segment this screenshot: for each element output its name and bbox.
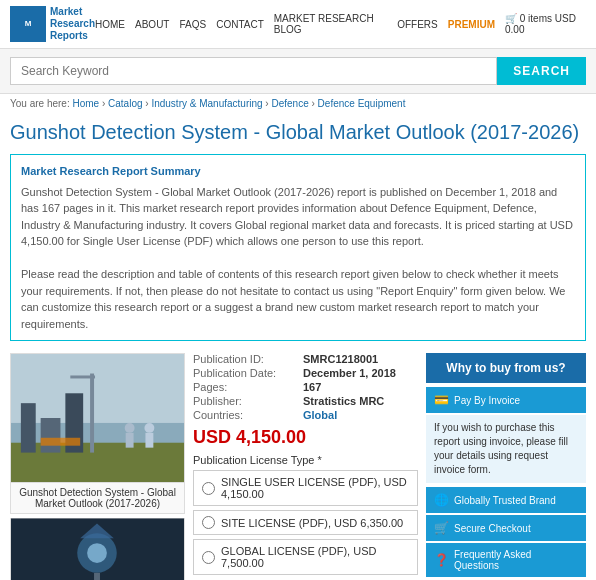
pub-date-row: Publication Date: December 1, 2018 xyxy=(193,367,418,379)
license-option-site[interactable]: SITE LICENSE (PDF), USD 6,350.00 xyxy=(193,510,418,535)
breadcrumb: You are here: Home › Catalog › Industry … xyxy=(0,94,596,113)
secure-icon: 🛒 xyxy=(434,521,449,535)
main-nav: HOME ABOUT FAQS CONTACT MARKET RESEARCH … xyxy=(95,13,586,35)
feature-faq-label: Frequently Asked Questions xyxy=(454,549,578,571)
price-display: USD 4,150.00 xyxy=(193,427,418,448)
feature-trusted-brand[interactable]: 🌐 Globally Trusted Brand xyxy=(426,487,586,513)
nav-premium[interactable]: PREMIUM xyxy=(448,19,495,30)
pub-pages-label: Pages: xyxy=(193,381,303,393)
pub-publisher-value: Stratistics MRC xyxy=(303,395,384,407)
product-image2 xyxy=(10,518,185,580)
left-column: Gunshot Detection System - Global Market… xyxy=(10,353,185,580)
feature-trusted-label: Globally Trusted Brand xyxy=(454,495,556,506)
svg-rect-7 xyxy=(70,375,95,378)
logo-text: Market Research Reports xyxy=(50,6,95,42)
svg-rect-1 xyxy=(11,354,184,423)
feature-secure-checkout[interactable]: 🛒 Secure Checkout xyxy=(426,515,586,541)
license-label-single: SINGLE USER LICENSE (PDF), USD 4,150.00 xyxy=(221,476,409,500)
pub-pages-value: 167 xyxy=(303,381,321,393)
nav-contact[interactable]: CONTACT xyxy=(216,19,264,30)
svg-rect-9 xyxy=(126,433,134,448)
svg-point-15 xyxy=(87,543,107,563)
feature-pay-invoice[interactable]: 💳 Pay By Invoice xyxy=(426,387,586,413)
breadcrumb-industry[interactable]: Industry & Manufacturing xyxy=(151,98,262,109)
nav-home[interactable]: HOME xyxy=(95,19,125,30)
product-image xyxy=(10,353,185,483)
svg-rect-12 xyxy=(41,438,81,446)
license-radio-site[interactable] xyxy=(202,516,215,529)
feature-faq[interactable]: ❓ Frequently Asked Questions xyxy=(426,543,586,577)
svg-rect-11 xyxy=(145,433,153,448)
trusted-icon: 🌐 xyxy=(434,493,449,507)
feature-pay-label: Pay By Invoice xyxy=(454,395,520,406)
svg-point-8 xyxy=(125,423,135,433)
right-column: Why to buy from us? 💳 Pay By Invoice If … xyxy=(426,353,586,580)
why-buy-title: Why to buy from us? xyxy=(426,353,586,383)
pub-pages-row: Pages: 167 xyxy=(193,381,418,393)
logo-box: M xyxy=(10,6,46,42)
license-label-site: SITE LICENSE (PDF), USD 6,350.00 xyxy=(221,517,403,529)
invoice-icon: 💳 xyxy=(434,393,449,407)
pub-publisher-label: Publisher: xyxy=(193,395,303,407)
breadcrumb-catalog[interactable]: Catalog xyxy=(108,98,142,109)
middle-column: Publication ID: SMRC1218001 Publication … xyxy=(193,353,418,580)
pub-date-label: Publication Date: xyxy=(193,367,303,379)
header: M Market Research Reports HOME ABOUT FAQ… xyxy=(0,0,596,49)
svg-rect-4 xyxy=(41,418,61,453)
page-title: Gunshot Detection System - Global Market… xyxy=(0,113,596,148)
svg-rect-16 xyxy=(94,573,100,580)
svg-rect-2 xyxy=(11,443,184,483)
breadcrumb-defence[interactable]: Defence xyxy=(271,98,308,109)
invoice-description: If you wish to purchase this report usin… xyxy=(426,415,586,483)
pub-id-label: Publication ID: xyxy=(193,353,303,365)
product-caption: Gunshot Detection System - Global Market… xyxy=(10,483,185,514)
license-radio-global[interactable] xyxy=(202,551,215,564)
search-input[interactable] xyxy=(10,57,497,85)
logo-icon: M xyxy=(25,20,32,29)
summary-title: Market Research Report Summary xyxy=(21,163,575,180)
feature-secure-label: Secure Checkout xyxy=(454,523,531,534)
search-bar: SEARCH xyxy=(0,49,596,94)
breadcrumb-equipment[interactable]: Defence Equipment xyxy=(318,98,406,109)
nav-blog[interactable]: MARKET RESEARCH BLOG xyxy=(274,13,387,35)
breadcrumb-home[interactable]: Home xyxy=(72,98,99,109)
main-content: Gunshot Detection System - Global Market… xyxy=(0,347,596,580)
svg-rect-6 xyxy=(90,374,94,453)
summary-box: Market Research Report Summary Gunshot D… xyxy=(10,154,586,341)
pub-id-row: Publication ID: SMRC1218001 xyxy=(193,353,418,365)
license-option-global[interactable]: GLOBAL LICENSE (PDF), USD 7,500.00 xyxy=(193,539,418,575)
license-type-title: Publication License Type * xyxy=(193,454,418,466)
license-radio-single[interactable] xyxy=(202,482,215,495)
pub-countries-row: Countries: Global xyxy=(193,409,418,421)
search-button[interactable]: SEARCH xyxy=(497,57,586,85)
pub-countries-label: Countries: xyxy=(193,409,303,421)
nav-faqs[interactable]: FAQS xyxy=(179,19,206,30)
pub-countries-value: Global xyxy=(303,409,337,421)
faq-icon: ❓ xyxy=(434,553,449,567)
license-label-global: GLOBAL LICENSE (PDF), USD 7,500.00 xyxy=(221,545,409,569)
pub-date-value: December 1, 2018 xyxy=(303,367,396,379)
publication-info: Publication ID: SMRC1218001 Publication … xyxy=(193,353,418,421)
svg-rect-3 xyxy=(21,403,36,452)
license-option-single[interactable]: SINGLE USER LICENSE (PDF), USD 4,150.00 xyxy=(193,470,418,506)
svg-point-10 xyxy=(144,423,154,433)
summary-text: Gunshot Detection System - Global Market… xyxy=(21,184,575,250)
nav-cart[interactable]: 🛒 0 items USD 0.00 xyxy=(505,13,586,35)
pub-publisher-row: Publisher: Stratistics MRC xyxy=(193,395,418,407)
logo: M Market Research Reports xyxy=(10,6,95,42)
nav-about[interactable]: ABOUT xyxy=(135,19,169,30)
summary-text2: Please read the description and table of… xyxy=(21,266,575,332)
pub-id-value: SMRC1218001 xyxy=(303,353,378,365)
nav-offers[interactable]: OFFERS xyxy=(397,19,438,30)
